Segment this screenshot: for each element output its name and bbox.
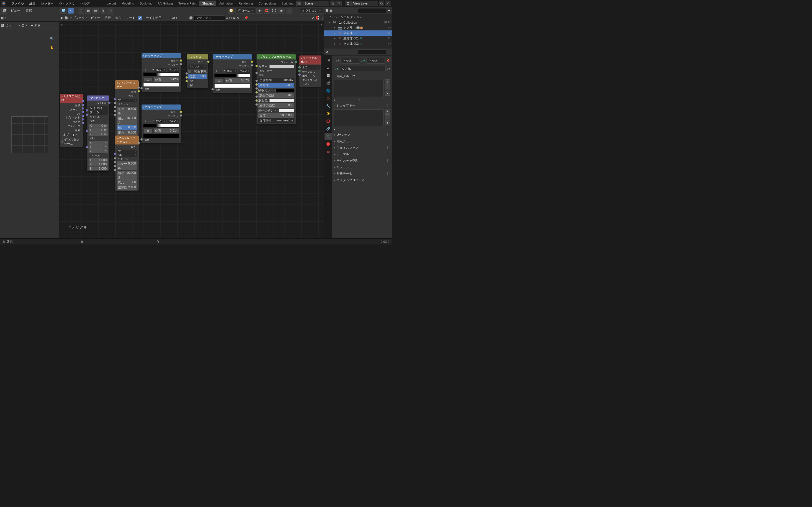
material-browse-icon[interactable]: 🔘: [189, 16, 193, 20]
outliner-item-camera[interactable]: ▸📷カメラ ▽🔘2 👁: [324, 25, 392, 31]
socket-color[interactable]: カラー: [116, 94, 138, 98]
tab-modeling[interactable]: Modeling: [119, 1, 137, 6]
material-slot-dropdown[interactable]: Slot 1: [169, 16, 188, 20]
tab-object-icon[interactable]: ▢: [324, 95, 332, 102]
colorramp-gradient[interactable]: [214, 73, 250, 77]
node-select-menu[interactable]: 選択: [103, 16, 112, 20]
noise-distortion[interactable]: 歪み0.500: [117, 130, 137, 135]
node-header[interactable]: カラーランプ: [142, 53, 181, 58]
node-shader-type-icon[interactable]: 🔘: [64, 16, 68, 20]
tab-layout[interactable]: Layout: [104, 1, 119, 6]
socket-vector-in[interactable]: ベクトル: [88, 115, 108, 119]
scene-browse-icon[interactable]: 🎬: [296, 1, 302, 6]
image-new-label[interactable]: 新規: [35, 23, 41, 27]
viewlayer-new-icon[interactable]: ⧉: [378, 1, 384, 6]
musgrave-detail[interactable]: 細かさ16.000: [117, 171, 137, 180]
material-name-input[interactable]: [194, 15, 225, 20]
node-arrow-icon[interactable]: ↗: [312, 16, 314, 20]
node-mapping[interactable]: マッピング ベクトル タイプ:ポイント ベクトル 位置: X0 m Y0 m Z…: [87, 96, 109, 171]
noise-scale[interactable]: スケール0.500: [117, 107, 137, 116]
outliner-item-cube-002[interactable]: ▸▽立方体.002 ▽ 👁: [324, 41, 392, 47]
node-add-menu[interactable]: 追加: [114, 16, 123, 20]
musgrave-scale[interactable]: スケール5.000: [117, 161, 137, 170]
snap-increment-icon[interactable]: ⋮⋮: [271, 8, 277, 14]
vg-menu-icon[interactable]: ▾: [385, 91, 390, 96]
tab-texturepaint[interactable]: Texture Paint: [175, 1, 199, 6]
section-vertex-groups[interactable]: 頂点グループ⋮⋮⋮: [334, 73, 390, 79]
socket-color-out[interactable]: カラー: [188, 60, 207, 64]
outliner[interactable]: ▾🗀シーンコレクション ▾☑🗀Collection ☑ 👁 ▸📷カメラ ▽🔘2 …: [324, 14, 392, 48]
socket-color2[interactable]: 色2: [188, 83, 207, 88]
socket-normal[interactable]: ノーマル: [61, 108, 82, 112]
section-normals[interactable]: ノーマル⋮⋮⋮: [334, 151, 390, 158]
tab-viewlayer-icon[interactable]: 🖼: [324, 72, 332, 79]
section-uv-maps[interactable]: UVマップ⋮⋮⋮: [334, 131, 390, 138]
node-header[interactable]: テクスチャ座標: [60, 94, 83, 103]
node-header[interactable]: カラーランプ: [213, 54, 252, 59]
mix-blend-mode[interactable]: ミックス: [188, 64, 207, 69]
tab-world-icon[interactable]: 🌐: [324, 87, 332, 94]
emission-strength[interactable]: 放射の強さ0.010: [258, 93, 294, 98]
node-colorramp-2[interactable]: カラーランプ カラー アルファ +−▾ RGB リニア 0 位置0.314 係数: [142, 105, 181, 143]
material-new-icon[interactable]: ⧉: [233, 16, 236, 20]
temperature-attr[interactable]: 温度特性temperature: [258, 118, 294, 123]
node-principled-volume[interactable]: プリンシプルボリューム ボリューム カラー カラー特性 密度 密度特性densi…: [257, 54, 296, 124]
node-colorramp-3[interactable]: カラーランプ カラー アルファ +−▾ RGB リニア 1 位置0.673 係数: [213, 54, 252, 93]
colorramp-color[interactable]: [143, 83, 179, 87]
pin-icon[interactable]: 📌: [386, 59, 390, 62]
section-texture-space[interactable]: テクスチャ空間⋮⋮⋮: [334, 158, 390, 164]
image-browse-icon[interactable]: 🖼: [21, 24, 24, 27]
menu-file[interactable]: ファイル: [8, 0, 27, 7]
node-header[interactable]: ノイズテクスチャ: [115, 80, 139, 89]
mesh-name-input[interactable]: 立方体: [366, 58, 385, 64]
menu-window[interactable]: ウィンドウ: [56, 0, 78, 7]
properties-search[interactable]: [358, 49, 386, 54]
scene-collection-row[interactable]: ▾🗀シーンコレクション: [324, 14, 392, 20]
outliner-search[interactable]: [358, 8, 386, 13]
pin-icon[interactable]: 📌: [244, 16, 248, 20]
properties-options-icon[interactable]: ⋮: [388, 50, 391, 54]
tab-mesh-data-icon[interactable]: ▽: [324, 133, 332, 140]
sk-remove-icon[interactable]: −: [385, 114, 390, 119]
sk-add-icon[interactable]: +: [385, 109, 390, 114]
proportional-icon[interactable]: ◉: [278, 8, 285, 14]
menu-edit[interactable]: 編集: [27, 0, 38, 7]
blackbody-intensity[interactable]: 黒体の強度0.000: [258, 103, 294, 108]
scene-new-icon[interactable]: ⧉: [330, 1, 336, 6]
node-musgrave-texture[interactable]: マスグレイブテクスチャ 高さ 3D fBM ベクトル スケール5.000 細かさ…: [115, 135, 139, 191]
socket-window[interactable]: ウィンドウ: [61, 124, 82, 128]
socket-fac[interactable]: 係数: [143, 138, 180, 143]
socket-vector[interactable]: ベクトル: [116, 157, 138, 161]
noise-dim-select[interactable]: 3D: [117, 99, 137, 102]
tab-shading[interactable]: Shading: [199, 1, 216, 6]
socket-color1[interactable]: 色1: [188, 79, 207, 83]
select-mode-1-icon[interactable]: ▦: [85, 8, 91, 14]
rot-x[interactable]: X0°: [89, 141, 108, 145]
section-remesh[interactable]: リメッシュ⋮⋮⋮: [334, 164, 390, 170]
section-face-maps[interactable]: フェイスマップ⋮⋮⋮: [334, 145, 390, 151]
rot-y[interactable]: Y0°: [89, 145, 108, 149]
node-editor-type-icon[interactable]: ◉: [60, 16, 63, 20]
image-view-menu[interactable]: ビュー: [5, 23, 15, 27]
section-custom-props[interactable]: カスタムプロパティ⋮⋮⋮: [334, 177, 390, 183]
scene-delete-icon[interactable]: ✕: [336, 1, 342, 6]
rot-z[interactable]: Z0°: [89, 149, 108, 153]
socket-height[interactable]: 高さ: [116, 145, 138, 149]
tab-scripting[interactable]: Scripting: [278, 1, 296, 6]
uv-view-menu[interactable]: ビュー: [8, 8, 22, 13]
socket-surface[interactable]: サーフェス: [301, 70, 320, 74]
socket-alpha[interactable]: アルファ: [143, 114, 180, 119]
socket-color[interactable]: カラー: [143, 59, 180, 63]
socket-alpha[interactable]: アルファ: [143, 63, 180, 67]
socket-color[interactable]: カラー: [143, 110, 180, 114]
menu-help[interactable]: ヘルプ: [78, 0, 93, 7]
loc-z[interactable]: Z0 m: [89, 132, 108, 136]
node-view-menu[interactable]: ビュー: [89, 16, 102, 20]
socket-displacement[interactable]: ディスプレイスメント: [301, 78, 320, 86]
socket-fac[interactable]: 係数: [116, 90, 138, 94]
image-new-icon[interactable]: +: [31, 23, 33, 27]
editor-type-3d-icon[interactable]: 🧊: [60, 8, 66, 14]
anisotropy[interactable]: 異方性0.000: [258, 83, 294, 88]
socket-color-attr[interactable]: カラー特性: [258, 69, 295, 73]
socket-vector[interactable]: ベクトル: [116, 102, 138, 107]
